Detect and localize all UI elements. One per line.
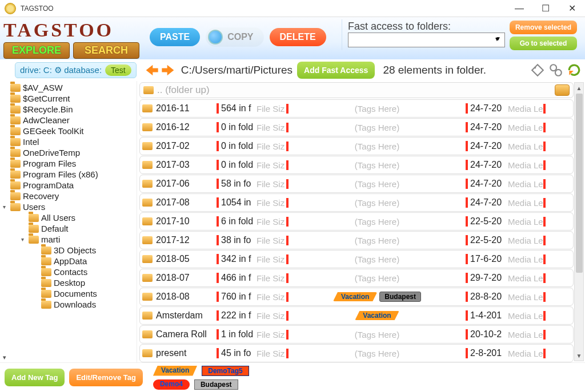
- add-fast-access-button[interactable]: Add Fast Access: [297, 62, 375, 79]
- add-new-tag-button[interactable]: Add New Tag: [5, 369, 65, 386]
- go-to-selected-button[interactable]: Go to selected: [510, 37, 577, 50]
- drive-pill[interactable]: drive: C: ⚙ database: Test: [15, 62, 137, 78]
- svg-point-0: [534, 67, 536, 68]
- tree-item[interactable]: Default: [1, 223, 137, 234]
- row-date: 28-8-20: [466, 292, 508, 302]
- file-row[interactable]: Camera Roll1 in foldFile Siz(Tags Here)2…: [139, 325, 574, 343]
- tree-item[interactable]: Documents: [1, 288, 137, 299]
- tree-item[interactable]: $AV_ASW: [1, 82, 137, 93]
- nav-forward-icon[interactable]: [161, 62, 177, 78]
- file-row[interactable]: Amsterdam222 in fFile SizVacation1-4-201…: [139, 306, 574, 325]
- row-tags[interactable]: (Tags Here): [289, 217, 466, 227]
- edit-remove-tag-button[interactable]: Edit/Remove Tag: [69, 369, 143, 386]
- tree-item[interactable]: ▾marti: [1, 234, 137, 245]
- scroll-down-icon[interactable]: ▼: [575, 350, 583, 361]
- tree-item[interactable]: 3D Objects: [1, 245, 137, 256]
- row-name: 2017-12: [156, 235, 217, 245]
- row-date: 24-7-20: [466, 160, 508, 170]
- row-filesize-placeholder: File Siz: [257, 217, 289, 227]
- row-tags[interactable]: VacationBudapest: [289, 292, 466, 302]
- file-row[interactable]: 2017-081054 inFile Siz(Tags Here)24-7-20…: [139, 193, 574, 212]
- row-tags[interactable]: Vacation: [289, 311, 466, 320]
- file-row[interactable]: 2017-106 in foldFile Siz(Tags Here)22-5-…: [139, 212, 574, 231]
- palette-tag-budapest[interactable]: Budapest: [194, 379, 238, 390]
- copy-button[interactable]: COPY: [206, 27, 263, 47]
- file-row[interactable]: 2018-07466 in fFile Siz(Tags Here)29-7-2…: [139, 269, 574, 287]
- row-tags[interactable]: (Tags Here): [289, 104, 466, 114]
- folder-up-tail-icon[interactable]: [555, 84, 570, 96]
- row-tags[interactable]: (Tags Here): [289, 254, 466, 264]
- tree-item[interactable]: Contacts: [1, 266, 137, 277]
- file-row[interactable]: present45 in foFile Siz(Tags Here)2-8-20…: [139, 344, 574, 362]
- expand-more-icon[interactable]: ▾: [3, 354, 6, 361]
- file-row[interactable]: 2018-05342 in fFile Siz(Tags Here)17-6-2…: [139, 250, 574, 268]
- file-row[interactable]: 2017-020 in foldFile Siz(Tags Here)24-7-…: [139, 137, 574, 155]
- fast-access-select[interactable]: ▼: [348, 33, 505, 47]
- close-button[interactable]: ✕: [559, 0, 585, 17]
- tree-item[interactable]: $GetCurrent: [1, 93, 137, 104]
- tree-item[interactable]: Intel: [1, 136, 137, 147]
- row-filesize-placeholder: File Siz: [257, 198, 289, 208]
- fast-access-panel: Fast access to folders: ▼ Remove selecte…: [342, 19, 582, 50]
- file-row[interactable]: 2016-120 in foldFile Siz(Tags Here)24-7-…: [139, 118, 574, 136]
- folder-up-row[interactable]: .. (folder up): [139, 82, 574, 98]
- tab-explore[interactable]: EXPLORE: [3, 42, 70, 59]
- folder-tree[interactable]: $AV_ASW$GetCurrent$Recycle.BinAdwCleaner…: [0, 81, 137, 362]
- row-tags[interactable]: (Tags Here): [289, 330, 466, 340]
- tree-item[interactable]: ▾Users: [1, 201, 137, 212]
- tag-chip[interactable]: Budapest: [379, 292, 421, 302]
- scroll-thumb[interactable]: [576, 94, 583, 273]
- palette-tag-vacation[interactable]: Vacation: [153, 366, 197, 376]
- row-tags[interactable]: (Tags Here): [289, 236, 466, 245]
- palette-tag-demo4[interactable]: Demo4: [153, 379, 190, 390]
- test-button[interactable]: Test: [105, 64, 131, 76]
- file-row[interactable]: 2017-1238 in foFile Siz(Tags Here)22-5-2…: [139, 231, 574, 249]
- file-row[interactable]: 2016-11564 in fFile Siz(Tags Here)24-7-2…: [139, 99, 574, 118]
- tree-item[interactable]: ProgramData: [1, 180, 137, 191]
- tree-item-label: AdwCleaner: [23, 115, 70, 125]
- tag-single-icon[interactable]: [530, 63, 545, 78]
- tab-search[interactable]: SEARCH: [73, 42, 139, 59]
- tree-item-label: Intel: [23, 137, 39, 147]
- tag-chip[interactable]: Vacation: [333, 292, 377, 301]
- maximize-button[interactable]: ☐: [532, 0, 559, 17]
- tree-item[interactable]: Desktop: [1, 277, 137, 288]
- tree-item[interactable]: OneDriveTemp: [1, 147, 137, 158]
- row-tags[interactable]: (Tags Here): [289, 160, 466, 170]
- tag-multi-icon[interactable]: [548, 63, 563, 78]
- tree-item[interactable]: All Users: [1, 212, 137, 223]
- tree-item[interactable]: Program Files (x86): [1, 169, 137, 180]
- expand-icon[interactable]: ▾: [1, 204, 7, 210]
- file-row[interactable]: 2017-0658 in foFile Siz(Tags Here)24-7-2…: [139, 175, 574, 193]
- row-tags[interactable]: (Tags Here): [289, 123, 466, 132]
- tree-item[interactable]: AdwCleaner: [1, 115, 137, 126]
- tree-item[interactable]: Downloads: [1, 299, 137, 310]
- row-name: 2017-03: [156, 160, 217, 170]
- row-tags[interactable]: (Tags Here): [289, 142, 466, 151]
- file-row[interactable]: 2017-030 in foldFile Siz(Tags Here)24-7-…: [139, 156, 574, 174]
- tree-item[interactable]: AppData: [1, 256, 137, 266]
- row-name: 2016-12: [156, 122, 217, 132]
- row-tags[interactable]: (Tags Here): [289, 273, 466, 283]
- tree-item[interactable]: Recovery: [1, 191, 137, 201]
- row-tags[interactable]: (Tags Here): [289, 198, 466, 208]
- paste-button[interactable]: PASTE: [150, 28, 200, 46]
- delete-button[interactable]: DELETE: [270, 28, 326, 46]
- row-tags[interactable]: (Tags Here): [289, 179, 466, 189]
- row-tags[interactable]: (Tags Here): [289, 349, 466, 358]
- minimize-button[interactable]: —: [506, 0, 532, 17]
- folder-icon: [142, 255, 153, 263]
- tree-item[interactable]: Program Files: [1, 158, 137, 169]
- remove-selected-button[interactable]: Remove selected: [510, 21, 577, 34]
- tree-item[interactable]: GEGeek ToolKit: [1, 126, 137, 136]
- tree-item[interactable]: $Recycle.Bin: [1, 104, 137, 115]
- refresh-icon[interactable]: [567, 63, 582, 78]
- row-name: 2017-08: [156, 197, 217, 208]
- nav-back-icon[interactable]: [143, 62, 159, 78]
- vertical-scrollbar[interactable]: ▲ ▼: [574, 82, 584, 361]
- palette-tag-demotag5[interactable]: DemoTag5: [202, 366, 249, 376]
- scroll-up-icon[interactable]: ▲: [575, 83, 583, 93]
- file-row[interactable]: 2018-08760 in fFile SizVacationBudapest2…: [139, 288, 574, 306]
- tag-chip[interactable]: Vacation: [355, 311, 399, 320]
- expand-icon[interactable]: ▾: [19, 236, 25, 243]
